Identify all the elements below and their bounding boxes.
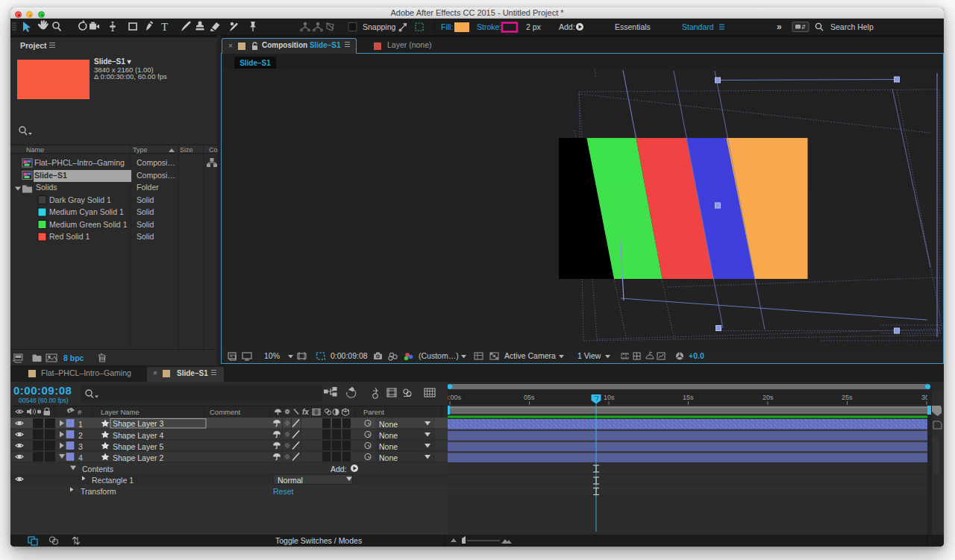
svg-text:1 View: 1 View <box>577 351 601 360</box>
svg-text:Toggle Switches / Modes: Toggle Switches / Modes <box>275 536 362 545</box>
svg-text:Snapping: Snapping <box>363 22 396 31</box>
svg-text:15s: 15s <box>683 394 694 401</box>
svg-text:25s: 25s <box>842 394 853 401</box>
svg-text:+0.0: +0.0 <box>689 351 704 360</box>
svg-text:10s: 10s <box>604 394 615 401</box>
svg-text:0:00:09:08: 0:00:09:08 <box>331 351 368 360</box>
svg-text:05s: 05s <box>524 394 535 401</box>
svg-text:T: T <box>161 21 168 33</box>
svg-text:20s: 20s <box>763 394 774 401</box>
svg-text:(Custom…): (Custom…) <box>419 351 459 360</box>
svg-text:10%: 10% <box>264 351 280 360</box>
svg-text:Add:: Add: <box>559 22 575 31</box>
svg-text:Layer Name: Layer Name <box>101 408 140 416</box>
svg-text:fx: fx <box>302 408 309 416</box>
svg-text:#: # <box>78 408 82 416</box>
svg-text:2 px: 2 px <box>526 22 542 31</box>
svg-text:Fill:: Fill: <box>441 22 453 31</box>
svg-text:»: » <box>777 22 782 32</box>
svg-text:Active Camera: Active Camera <box>504 351 556 360</box>
svg-text:Stroke:: Stroke: <box>477 22 501 31</box>
svg-text:Parent: Parent <box>363 408 384 416</box>
svg-text:Search Help: Search Help <box>830 22 874 31</box>
svg-text:Standard: Standard <box>682 22 714 31</box>
svg-text:Essentials: Essentials <box>615 22 651 31</box>
svg-text:8 bpc: 8 bpc <box>63 353 84 362</box>
svg-text:Comment: Comment <box>210 408 241 416</box>
svg-text:):00s: ):00s <box>448 394 462 401</box>
